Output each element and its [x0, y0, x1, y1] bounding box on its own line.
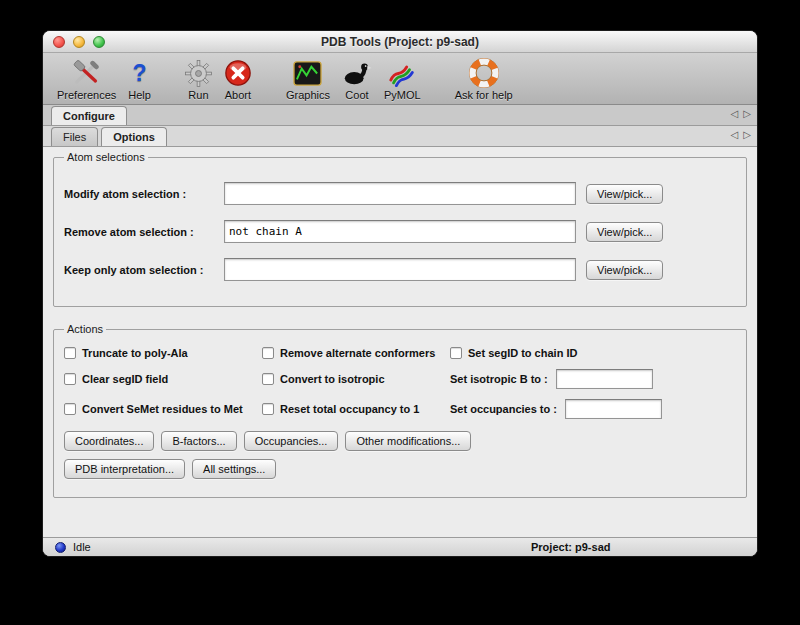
tab-label: Configure [63, 110, 115, 122]
remove-atom-selection-row: Remove atom selection : View/pick... [64, 220, 736, 243]
preferences-icon [72, 58, 102, 88]
keep-only-atom-selection-row: Keep only atom selection : View/pick... [64, 258, 736, 281]
status-bar: Idle Project: p9-sad [43, 537, 757, 556]
close-button[interactable] [53, 36, 65, 48]
remove-view-pick-button[interactable]: View/pick... [586, 222, 663, 242]
modify-atom-selection-label: Modify atom selection : [64, 188, 224, 200]
checkbox-icon[interactable] [64, 373, 76, 385]
checkbox-label: Convert to isotropic [280, 373, 385, 385]
set-occupancies-row: Set occupancies to : [450, 399, 736, 419]
primary-tab-bar: Configure ◁ ▷ [43, 105, 757, 126]
set-isotropic-b-label: Set isotropic B to : [450, 373, 548, 385]
atom-selections-group-title: Atom selections [64, 151, 148, 163]
tab-label: Files [63, 131, 86, 143]
remove-atom-selection-input[interactable] [224, 220, 576, 243]
toolbar-label: Preferences [57, 89, 116, 101]
project-label: Project: p9-sad [531, 541, 610, 553]
lifering-icon [468, 58, 500, 88]
toolbar-label: Ask for help [455, 89, 513, 101]
tab-scroll-arrows: ◁ ▷ [731, 129, 751, 140]
desktop-background: PDB Tools (Project: p9-sad) Preferences … [0, 0, 800, 625]
coordinates-button[interactable]: Coordinates... [64, 431, 154, 451]
status-text: Idle [73, 541, 91, 553]
actions-buttons-row-2: PDB interpretation... All settings... [64, 459, 736, 479]
checkbox-reset-total-occupancy[interactable]: Reset total occupancy to 1 [262, 403, 450, 415]
tab-label: Options [113, 131, 155, 143]
coot-bird-icon [342, 58, 372, 88]
traffic-lights [53, 36, 105, 48]
modify-atom-selection-row: Modify atom selection : View/pick... [64, 182, 736, 205]
checkbox-label: Set segID to chain ID [468, 347, 577, 359]
remove-atom-selection-label: Remove atom selection : [64, 226, 224, 238]
actions-grid: Truncate to poly-Ala Remove alternate co… [64, 347, 736, 419]
toolbar-button-pymol[interactable]: PyMOL [384, 58, 421, 101]
modify-atom-selection-input[interactable] [224, 182, 576, 205]
modify-view-pick-button[interactable]: View/pick... [586, 184, 663, 204]
checkbox-icon[interactable] [64, 347, 76, 359]
toolbar-label: Abort [225, 89, 251, 101]
set-occupancies-label: Set occupancies to : [450, 403, 557, 415]
toolbar-label: Graphics [286, 89, 330, 101]
tab-scroll-right-icon[interactable]: ▷ [743, 108, 751, 119]
toolbar-label: Run [188, 89, 208, 101]
checkbox-truncate-poly-ala[interactable]: Truncate to poly-Ala [64, 347, 262, 359]
tab-scroll-arrows: ◁ ▷ [731, 108, 751, 119]
graphics-icon [293, 58, 322, 88]
pdb-tools-window: PDB Tools (Project: p9-sad) Preferences … [42, 30, 758, 557]
checkbox-clear-segid-field[interactable]: Clear segID field [64, 373, 262, 385]
run-gear-icon [185, 58, 212, 88]
checkbox-icon[interactable] [64, 403, 76, 415]
toolbar-button-run[interactable]: Run [185, 58, 212, 101]
tab-scroll-left-icon[interactable]: ◁ [731, 108, 739, 119]
set-occupancies-input[interactable] [565, 399, 662, 419]
checkbox-set-segid-to-chain-id[interactable]: Set segID to chain ID [450, 347, 736, 359]
toolbar-button-ask-for-help[interactable]: Ask for help [455, 58, 513, 101]
keep-only-view-pick-button[interactable]: View/pick... [586, 260, 663, 280]
checkbox-label: Clear segID field [82, 373, 168, 385]
window-title: PDB Tools (Project: p9-sad) [321, 35, 479, 49]
keep-only-atom-selection-input[interactable] [224, 258, 576, 281]
minimize-button[interactable] [73, 36, 85, 48]
abort-icon [224, 58, 252, 88]
toolbar-button-abort[interactable]: Abort [224, 58, 252, 101]
toolbar-button-graphics[interactable]: Graphics [286, 58, 330, 101]
occupancies-button[interactable]: Occupancies... [244, 431, 339, 451]
checkbox-label: Remove alternate conformers [280, 347, 435, 359]
checkbox-icon[interactable] [450, 347, 462, 359]
actions-group-title: Actions [64, 323, 106, 335]
checkbox-convert-to-isotropic[interactable]: Convert to isotropic [262, 373, 450, 385]
toolbar-button-help[interactable]: ? Help [128, 58, 151, 101]
pdb-interpretation-button[interactable]: PDB interpretation... [64, 459, 185, 479]
toolbar-button-preferences[interactable]: Preferences [57, 58, 116, 101]
status-indicator-icon [55, 542, 66, 553]
checkbox-icon[interactable] [262, 373, 274, 385]
tab-scroll-right-icon[interactable]: ▷ [743, 129, 751, 140]
actions-group: Actions Truncate to poly-Ala Remove alte… [53, 323, 747, 498]
atom-selections-group: Atom selections Modify atom selection : … [53, 151, 747, 307]
secondary-tab-bar: Files Options ◁ ▷ [43, 126, 757, 147]
checkbox-label: Reset total occupancy to 1 [280, 403, 419, 415]
help-icon: ? [133, 58, 147, 88]
checkbox-remove-alternate-conformers[interactable]: Remove alternate conformers [262, 347, 450, 359]
tab-configure[interactable]: Configure [51, 106, 127, 125]
checkbox-icon[interactable] [262, 347, 274, 359]
checkbox-label: Convert SeMet residues to Met [82, 403, 243, 415]
checkbox-convert-semet-to-met[interactable]: Convert SeMet residues to Met [64, 403, 262, 415]
set-isotropic-b-input[interactable] [556, 369, 653, 389]
toolbar-button-coot[interactable]: Coot [342, 58, 372, 101]
tab-options[interactable]: Options [101, 127, 167, 146]
options-panel: Atom selections Modify atom selection : … [43, 147, 757, 539]
checkbox-label: Truncate to poly-Ala [82, 347, 188, 359]
toolbar-label: Help [128, 89, 151, 101]
all-settings-button[interactable]: All settings... [192, 459, 276, 479]
zoom-button[interactable] [93, 36, 105, 48]
pymol-icon [387, 58, 417, 88]
b-factors-button[interactable]: B-factors... [161, 431, 236, 451]
other-modifications-button[interactable]: Other modifications... [345, 431, 471, 451]
titlebar[interactable]: PDB Tools (Project: p9-sad) [43, 31, 757, 53]
toolbar-label: PyMOL [384, 89, 421, 101]
tab-scroll-left-icon[interactable]: ◁ [731, 129, 739, 140]
tab-files[interactable]: Files [51, 127, 98, 146]
toolbar-label: Coot [345, 89, 368, 101]
checkbox-icon[interactable] [262, 403, 274, 415]
